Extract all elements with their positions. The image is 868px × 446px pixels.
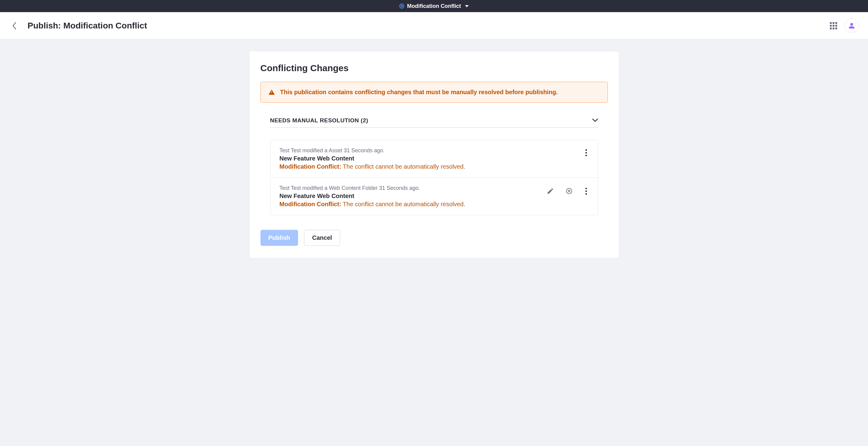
- more-actions-button[interactable]: [584, 188, 589, 195]
- conflict-title: New Feature Web Content: [280, 155, 465, 162]
- conflict-title: New Feature Web Content: [280, 192, 465, 200]
- pencil-icon: [547, 187, 554, 195]
- page-header: Publish: Modification Conflict: [0, 12, 868, 39]
- warning-icon: [269, 90, 275, 95]
- chevron-down-icon: [592, 118, 598, 123]
- conflict-status-desc: The conflict cannot be automatically res…: [341, 163, 465, 170]
- top-context-bar: Modification Conflict: [0, 0, 868, 12]
- context-label[interactable]: Modification Conflict: [407, 3, 461, 9]
- conflict-text: Test Test modified a Web Content Folder …: [280, 185, 465, 208]
- page-title: Publish: Modification Conflict: [28, 21, 147, 31]
- caret-down-icon[interactable]: [465, 5, 469, 7]
- warning-alert: This publication contains conflicting ch…: [260, 82, 608, 102]
- conflict-status-label: Modification Conflict:: [280, 201, 341, 207]
- warning-message: This publication contains conflicting ch…: [280, 89, 558, 96]
- conflict-item: Test Test modified a Asset 31 Seconds ag…: [271, 140, 598, 177]
- back-button[interactable]: [9, 20, 20, 31]
- discard-button[interactable]: [565, 187, 573, 195]
- conflict-text: Test Test modified a Asset 31 Seconds ag…: [280, 147, 465, 170]
- cancel-button[interactable]: Cancel: [304, 230, 340, 246]
- conflict-status-label: Modification Conflict:: [280, 163, 341, 170]
- card-title: Conflicting Changes: [260, 63, 608, 73]
- footer-actions: Publish Cancel: [260, 230, 608, 246]
- user-avatar[interactable]: [844, 19, 859, 33]
- conflict-status: Modification Conflict: The conflict cann…: [280, 201, 465, 208]
- conflict-meta: Test Test modified a Web Content Folder …: [280, 185, 465, 191]
- conflict-status-desc: The conflict cannot be automatically res…: [341, 201, 465, 207]
- conflict-meta: Test Test modified a Asset 31 Seconds ag…: [280, 147, 465, 154]
- page-header-right: [830, 19, 859, 33]
- publish-button[interactable]: Publish: [260, 230, 298, 246]
- conflict-actions: [546, 185, 589, 195]
- conflict-actions: [584, 147, 589, 156]
- section-title: NEEDS MANUAL RESOLUTION (2): [270, 117, 369, 124]
- conflict-item: Test Test modified a Web Content Folder …: [271, 177, 598, 215]
- apps-grid-icon[interactable]: [830, 22, 837, 29]
- conflicts-card: Conflicting Changes This publication con…: [250, 52, 619, 258]
- more-actions-button[interactable]: [584, 149, 589, 156]
- radio-icon: [399, 4, 404, 8]
- user-icon: [848, 22, 855, 29]
- conflict-status: Modification Conflict: The conflict cann…: [280, 163, 465, 170]
- chevron-left-icon: [12, 22, 17, 30]
- conflict-list: Test Test modified a Asset 31 Seconds ag…: [270, 140, 598, 215]
- manual-resolution-section: NEEDS MANUAL RESOLUTION (2) Test Test mo…: [260, 117, 608, 215]
- main-area: Conflicting Changes This publication con…: [0, 39, 868, 270]
- cancel-circle-icon: [565, 187, 573, 195]
- section-header-toggle[interactable]: NEEDS MANUAL RESOLUTION (2): [270, 117, 598, 128]
- page-header-left: Publish: Modification Conflict: [9, 20, 147, 31]
- edit-button[interactable]: [546, 187, 555, 195]
